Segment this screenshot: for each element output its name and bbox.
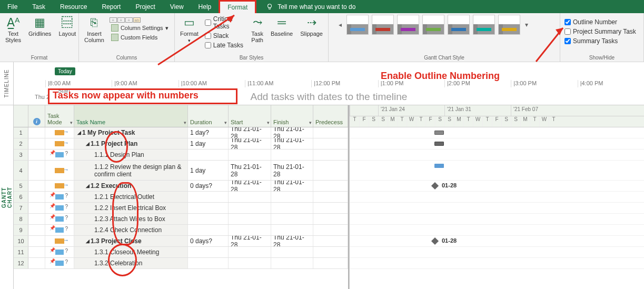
row-info[interactable]: [28, 127, 45, 138]
format-bar-button[interactable]: ▭Format▾: [178, 15, 201, 49]
row-info[interactable]: [28, 161, 45, 180]
task-name-cell[interactable]: ◢1 My Project Task: [74, 127, 188, 138]
finish-cell[interactable]: [271, 247, 313, 257]
collapse-icon[interactable]: ◢: [86, 238, 90, 244]
header-start[interactable]: Start▾: [229, 105, 271, 127]
start-cell[interactable]: [229, 203, 271, 213]
predecessor-cell[interactable]: [313, 192, 348, 202]
finish-cell[interactable]: Thu 21-01-28: [271, 236, 313, 246]
start-cell[interactable]: Thu 21-01-28: [229, 236, 271, 246]
column-settings-button[interactable]: Column Settings ▾: [110, 24, 170, 32]
table-row[interactable]: 11 1.3.1 Closeout Meeting: [14, 247, 348, 258]
task-name-cell[interactable]: 1.1.2 Review the design plan & confirm c…: [74, 161, 188, 180]
start-cell[interactable]: Thu 21-01-28: [229, 161, 271, 180]
start-cell[interactable]: Thu 21-01-28: [229, 138, 271, 149]
duration-cell[interactable]: [188, 225, 229, 235]
table-row[interactable]: 4 1.1.2 Review the design plan & confirm…: [14, 161, 348, 181]
header-rownum[interactable]: [14, 105, 28, 127]
finish-cell[interactable]: Thu 21-01-28: [271, 181, 313, 191]
summary-bar[interactable]: [434, 142, 444, 146]
start-cell[interactable]: [229, 225, 271, 235]
table-row[interactable]: 3 1.1.1 Design Plan: [14, 150, 348, 161]
table-row[interactable]: 5 ◢1.2 Execution 0 days? Thu 21-01-28 Th…: [14, 181, 348, 192]
gantt-style-6[interactable]: [473, 15, 495, 35]
menu-help[interactable]: Help: [191, 0, 219, 13]
gantt-bars-panel[interactable]: '21 Jan 24'21 Jan 31'21 Feb 07 TFSSMTWTF…: [349, 105, 644, 289]
gridlines-button[interactable]: ▦Gridlines: [26, 15, 53, 44]
duration-cell[interactable]: [188, 192, 229, 202]
task-name-cell[interactable]: ◢1.2 Execution: [74, 181, 188, 191]
row-info[interactable]: [28, 225, 45, 235]
finish-cell[interactable]: Thu 21-01-28: [271, 161, 313, 180]
task-name-cell[interactable]: ◢1.1 Project Plan: [74, 138, 188, 149]
row-number[interactable]: 10: [14, 236, 28, 246]
task-path-button[interactable]: ⤳Task Path: [249, 15, 265, 49]
predecessor-cell[interactable]: [313, 203, 348, 213]
row-info[interactable]: [28, 214, 45, 224]
outline-number-checkbox[interactable]: Outline Number: [563, 18, 640, 26]
table-row[interactable]: 2 ◢1.1 Project Plan 1 day Thu 21-01-28 T…: [14, 138, 348, 150]
duration-cell[interactable]: [188, 203, 229, 213]
table-row[interactable]: 6 1.2.1 Electrical Outlet: [14, 192, 348, 203]
duration-cell[interactable]: 0 days?: [188, 181, 229, 191]
task-mode-cell[interactable]: [45, 138, 74, 149]
menu-project[interactable]: Project: [128, 0, 162, 13]
gantt-style-1[interactable]: [346, 15, 369, 35]
task-name-cell[interactable]: 1.3.2 Celebration: [74, 258, 188, 268]
row-info[interactable]: [28, 138, 45, 149]
row-number[interactable]: 9: [14, 225, 28, 235]
gantt-style-4[interactable]: [422, 15, 444, 35]
custom-fields-button[interactable]: Custom Fields: [110, 33, 170, 42]
finish-cell[interactable]: Thu 21-01-28: [271, 138, 313, 149]
predecessor-cell[interactable]: [313, 247, 348, 257]
menu-report[interactable]: Report: [94, 0, 128, 13]
summary-bar[interactable]: [434, 131, 444, 135]
row-number[interactable]: 12: [14, 258, 28, 268]
predecessor-cell[interactable]: [313, 138, 348, 149]
task-name-cell[interactable]: 1.2.3 Attach Wires to Box: [74, 214, 188, 224]
task-mode-cell[interactable]: [45, 247, 74, 257]
task-mode-cell[interactable]: [45, 214, 74, 224]
task-bar[interactable]: [434, 164, 444, 168]
row-number[interactable]: 1: [14, 127, 28, 138]
milestone-diamond[interactable]: [431, 182, 439, 190]
task-name-cell[interactable]: 1.2.1 Electrical Outlet: [74, 192, 188, 202]
menu-view[interactable]: View: [163, 0, 191, 13]
gantt-style-3[interactable]: [397, 15, 419, 35]
start-cell[interactable]: [229, 150, 271, 160]
task-mode-cell[interactable]: [45, 258, 74, 268]
start-cell[interactable]: [229, 192, 271, 202]
menu-format[interactable]: Format: [219, 0, 256, 13]
collapse-icon[interactable]: ◢: [86, 141, 90, 146]
row-info[interactable]: [28, 247, 45, 257]
task-mode-cell[interactable]: [45, 127, 74, 138]
layout-button[interactable]: ⿳Layout: [56, 15, 78, 44]
predecessor-cell[interactable]: [313, 258, 348, 268]
collapse-icon[interactable]: ◢: [77, 130, 81, 135]
gantt-style-2[interactable]: [372, 15, 394, 35]
insert-column-button[interactable]: ⎘Insert Column: [82, 15, 106, 44]
task-mode-cell[interactable]: [45, 181, 74, 191]
predecessor-cell[interactable]: [313, 161, 348, 180]
slippage-button[interactable]: ⇢Slippage: [298, 15, 325, 49]
predecessor-cell[interactable]: [313, 181, 348, 191]
row-info[interactable]: [28, 192, 45, 202]
table-row[interactable]: 8 1.2.3 Attach Wires to Box: [14, 214, 348, 225]
row-info[interactable]: [28, 150, 45, 160]
task-mode-cell[interactable]: [45, 161, 74, 180]
timeline-panel[interactable]: Today |8:00 AM|9:00 AM|10:00 AM|11:00 AM…: [14, 62, 644, 105]
table-row[interactable]: 12 1.3.2 Celebration: [14, 258, 348, 269]
duration-cell[interactable]: [188, 150, 229, 160]
predecessor-cell[interactable]: [313, 150, 348, 160]
text-styles-button[interactable]: A̲ᴬText Styles: [3, 15, 23, 44]
table-row[interactable]: 7 1.2.2 Insert Electrical Box: [14, 203, 348, 214]
row-number[interactable]: 11: [14, 247, 28, 257]
slack-checkbox[interactable]: Slack: [204, 32, 246, 40]
critical-tasks-checkbox[interactable]: Critical Tasks: [204, 15, 246, 31]
task-name-cell[interactable]: 1.3.1 Closeout Meeting: [74, 247, 188, 257]
row-number[interactable]: 6: [14, 192, 28, 202]
project-summary-checkbox[interactable]: Project Summary Task: [563, 27, 640, 36]
tell-me-input[interactable]: Tell me what you want to do: [278, 3, 355, 11]
row-number[interactable]: 8: [14, 214, 28, 224]
milestone-diamond[interactable]: [431, 237, 439, 245]
